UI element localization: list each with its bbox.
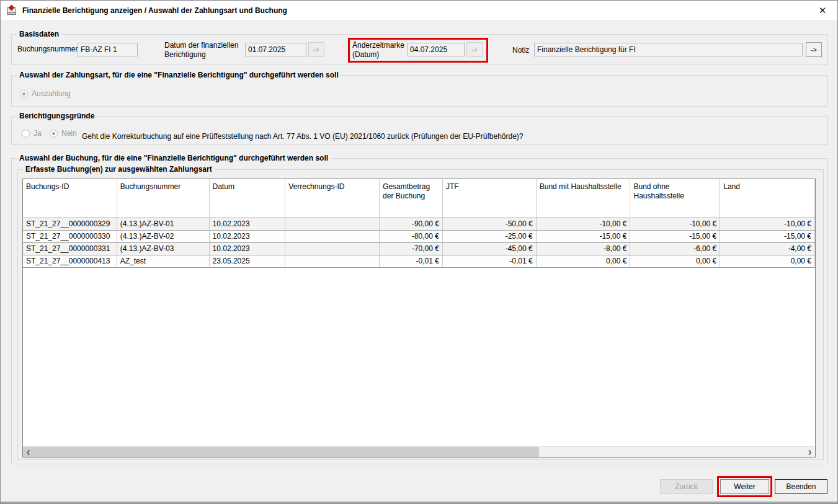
scroll-left-icon[interactable]: ❮ xyxy=(23,447,33,457)
table-cell: -4,00 € xyxy=(720,243,815,255)
table-row[interactable]: ST_21_27__0000000329(4.13.)AZ-BV-0110.02… xyxy=(23,218,815,231)
radio-nein[interactable]: Nein xyxy=(50,129,77,138)
table-cell: -10,00 € xyxy=(720,218,815,230)
table-cell xyxy=(285,255,380,267)
buchungen-table: Buchungs-IDBuchungsnummerDatumVerrechnun… xyxy=(22,179,816,458)
column-header[interactable]: Verrechnungs-ID xyxy=(285,179,380,218)
table-header-row: Buchungs-IDBuchungsnummerDatumVerrechnun… xyxy=(23,179,815,218)
title-bar: Finanzielle Berichtigung anzeigen / Ausw… xyxy=(1,1,837,20)
table-cell: -15,00 € xyxy=(630,231,720,242)
table-cell: (4.13.)AZ-BV-02 xyxy=(117,231,210,242)
radio-ja-icon xyxy=(22,130,30,138)
column-header[interactable]: Bund ohne Haushaltsstelle xyxy=(630,179,720,218)
group-berichtigungsgruende: Berichtigungsgründe Ja Nein Geht die Kor… xyxy=(11,116,828,145)
table-horizontal-scrollbar[interactable]: ❮ ❯ xyxy=(23,446,815,457)
table-cell: ST_21_27__0000000331 xyxy=(23,243,117,255)
buchungsnummer-label: Buchungsnummer xyxy=(17,45,78,53)
table-cell: 10.02.2023 xyxy=(210,243,286,255)
column-header[interactable]: Bund mit Haushaltsstelle xyxy=(537,179,631,218)
table-cell: -8,00 € xyxy=(537,243,631,255)
table-cell: (4.13.)AZ-BV-01 xyxy=(117,218,210,230)
close-icon[interactable]: ✕ xyxy=(815,3,830,18)
table-cell: ST_21_27__0000000330 xyxy=(23,231,117,242)
table-body: ST_21_27__0000000329(4.13.)AZ-BV-0110.02… xyxy=(23,218,815,268)
table-cell: (4.13.)AZ-BV-03 xyxy=(117,243,210,255)
table-cell: 10.02.2023 xyxy=(210,218,286,230)
datum-label: Datum der finanziellen Berichtigung xyxy=(164,41,247,60)
table-cell: ST_21_27__0000000413 xyxy=(23,255,117,267)
table-cell xyxy=(285,231,380,242)
table-row[interactable]: ST_21_27__0000000330(4.13.)AZ-BV-0210.02… xyxy=(23,231,815,243)
table-cell: -15,00 € xyxy=(537,231,631,242)
table-cell xyxy=(285,243,380,255)
radio-ja[interactable]: Ja xyxy=(22,129,42,138)
radio-auszahlung-label: Auszahlung xyxy=(32,89,71,98)
datum-picker-button[interactable]: -> xyxy=(308,42,324,57)
beenden-button[interactable]: Beenden xyxy=(775,479,827,494)
table-cell: 0,00 € xyxy=(630,255,720,267)
radio-auszahlung[interactable]: Auszahlung xyxy=(20,89,71,98)
table-cell: -10,00 € xyxy=(537,218,631,230)
radio-auszahlung-icon xyxy=(20,90,28,98)
table-cell: AZ_test xyxy=(117,255,210,267)
column-header[interactable]: Datum xyxy=(210,179,286,218)
column-header[interactable]: Land xyxy=(720,179,815,218)
table-cell: -70,00 € xyxy=(380,243,443,255)
notiz-expand-button[interactable]: -> xyxy=(806,42,822,57)
table-row[interactable]: ST_21_27__0000000331(4.13.)AZ-BV-0310.02… xyxy=(23,243,815,255)
notiz-label: Notiz xyxy=(512,46,529,55)
radio-nein-icon xyxy=(50,130,58,138)
group-berichtigungsgruende-legend: Berichtigungsgründe xyxy=(17,112,97,120)
notiz-field[interactable]: Finanzielle Berichtigung für FI xyxy=(534,43,803,56)
scrollbar-track[interactable] xyxy=(539,447,805,457)
table-cell: -80,00 € xyxy=(380,231,443,242)
table-cell: -0,01 € xyxy=(380,255,443,267)
scrollbar-thumb[interactable] xyxy=(33,447,539,457)
table-cell: -25,00 € xyxy=(443,231,537,242)
group-zahlungsart-legend: Auswahl der Zahlungsart, für die eine "F… xyxy=(17,71,341,79)
table-cell: -6,00 € xyxy=(630,243,720,255)
datum-field[interactable]: 01.07.2025 xyxy=(245,43,306,56)
window-title: Finanzielle Berichtigung anzeigen / Ausw… xyxy=(22,6,287,15)
table-cell: -90,00 € xyxy=(380,218,443,230)
table-cell xyxy=(285,218,380,230)
app-icon xyxy=(7,6,17,15)
table-cell: -10,00 € xyxy=(630,218,720,230)
aenderzeitmarke-picker-button[interactable]: -> xyxy=(466,42,483,57)
aenderzeitmarke-field[interactable]: 04.07.2025 xyxy=(407,43,465,56)
table-cell: 0,00 € xyxy=(720,255,815,267)
table-cell: 23.05.2025 xyxy=(210,255,286,267)
group-buchung-legend: Auswahl der Buchung, für die eine "Finan… xyxy=(17,154,331,162)
dialog-window: Finanzielle Berichtigung anzeigen / Ausw… xyxy=(0,0,838,504)
table-cell: ST_21_27__0000000329 xyxy=(23,218,117,230)
group-zahlungsart: Auswahl der Zahlungsart, für die eine "F… xyxy=(11,75,828,107)
column-header[interactable]: JTF xyxy=(443,179,537,218)
scroll-right-icon[interactable]: ❯ xyxy=(805,447,815,457)
zurueck-button[interactable]: Zurück xyxy=(660,479,713,494)
column-header[interactable]: Buchungs-ID xyxy=(23,179,117,218)
radio-nein-label: Nein xyxy=(61,129,77,138)
radio-ja-label: Ja xyxy=(33,129,42,138)
table-cell: -45,00 € xyxy=(443,243,537,255)
window-bottom-edge xyxy=(1,502,837,503)
table-cell: -0,01 € xyxy=(443,255,537,267)
aenderzeitmarke-label: Änderzeitmarke (Datum) xyxy=(352,41,408,60)
group-basisdaten-legend: Basisdaten xyxy=(17,30,61,38)
buchungsnummer-field[interactable]: FB-AZ FI 1 xyxy=(78,43,138,56)
table-cell: -15,00 € xyxy=(720,231,815,242)
weiter-button[interactable]: Weiter xyxy=(720,479,769,494)
table-row[interactable]: ST_21_27__0000000413AZ_test23.05.2025-0,… xyxy=(23,255,815,268)
table-cell: 10.02.2023 xyxy=(210,231,286,242)
column-header[interactable]: Gesamtbetrag der Buchung xyxy=(380,179,443,218)
column-header[interactable]: Buchungsnummer xyxy=(117,179,210,218)
berichtigungsgruende-question: Geht die Korrekturbuchung auf eine Prüff… xyxy=(82,132,524,141)
table-cell: 0,00 € xyxy=(537,255,631,267)
group-erfasste-buchungen-legend: Erfasste Buchung(en) zur ausgewählten Za… xyxy=(23,165,215,174)
table-cell: -50,00 € xyxy=(443,218,537,230)
